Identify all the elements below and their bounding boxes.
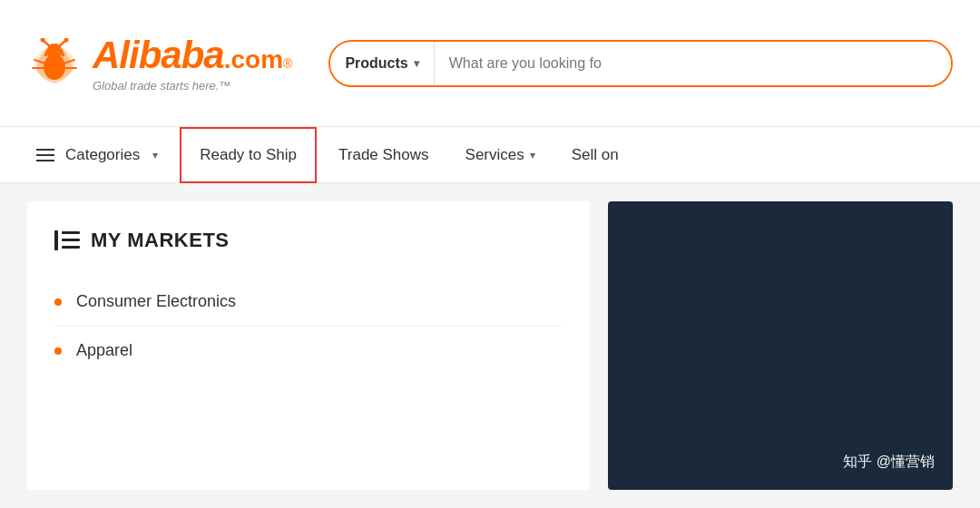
market-item-apparel[interactable]: Apparel — [54, 327, 563, 375]
navbar-item-services[interactable]: Services ▾ — [447, 127, 554, 183]
svg-rect-13 — [62, 239, 80, 241]
svg-rect-14 — [62, 246, 80, 249]
market-item-label: Consumer Electronics — [76, 292, 236, 311]
navbar-item-categories[interactable]: Categories ▾ — [18, 127, 176, 183]
market-item-label: Apparel — [76, 341, 132, 360]
svg-point-2 — [47, 45, 62, 60]
svg-line-3 — [44, 41, 51, 47]
navbar-item-sell-on[interactable]: Sell on — [554, 127, 637, 183]
navbar-item-trade-shows[interactable]: Trade Shows — [320, 127, 447, 183]
search-area: Products ▾ — [328, 40, 953, 87]
main-content: MY MARKETS Consumer Electronics Apparel … — [0, 183, 980, 508]
logo-tagline: Global trade starts here.™ — [93, 79, 230, 93]
svg-line-4 — [58, 41, 65, 47]
search-category-label: Products — [345, 55, 407, 72]
navbar-trade-shows-label: Trade Shows — [338, 146, 429, 164]
markets-title: MY MARKETS — [91, 229, 230, 252]
zhihu-watermark: 知乎 @懂营销 — [843, 453, 935, 472]
bullet-icon — [54, 298, 62, 306]
logo-dotcom: .com — [224, 45, 283, 74]
services-chevron-icon: ▾ — [530, 149, 535, 161]
navbar-item-ready-to-ship[interactable]: Ready to Ship — [180, 127, 317, 183]
search-category-button[interactable]: Products ▾ — [330, 42, 434, 85]
hamburger-icon — [36, 149, 54, 161]
logo-text-area: Alibaba .com ® Global trade starts here.… — [93, 34, 292, 93]
search-category-chevron-icon: ▾ — [414, 57, 419, 70]
bullet-icon — [54, 347, 62, 355]
header: Alibaba .com ® Global trade starts here.… — [0, 0, 980, 127]
markets-card: MY MARKETS Consumer Electronics Apparel — [27, 201, 590, 490]
svg-rect-11 — [54, 230, 58, 250]
search-input[interactable] — [435, 42, 951, 85]
navbar-sell-on-label: Sell on — [572, 146, 619, 164]
svg-rect-12 — [62, 231, 80, 234]
navbar-services-label: Services — [466, 146, 524, 164]
navbar-categories-label: Categories — [65, 146, 140, 164]
list-icon — [54, 230, 80, 250]
navbar-ready-to-ship-label: Ready to Ship — [200, 146, 297, 164]
categories-chevron-icon: ▾ — [152, 149, 158, 161]
dark-panel: 知乎 @懂营销 — [608, 201, 953, 490]
logo-registered: ® — [283, 56, 292, 71]
navbar: Categories ▾ Ready to Ship Trade Shows S… — [0, 127, 980, 183]
markets-header: MY MARKETS — [54, 229, 563, 252]
logo-area: Alibaba .com ® Global trade starts here.… — [27, 34, 328, 93]
market-item-consumer-electronics[interactable]: Consumer Electronics — [54, 278, 563, 327]
search-container: Products ▾ — [328, 40, 953, 87]
logo-alibaba-text: Alibaba — [93, 34, 224, 77]
alibaba-logo-icon — [27, 38, 82, 88]
